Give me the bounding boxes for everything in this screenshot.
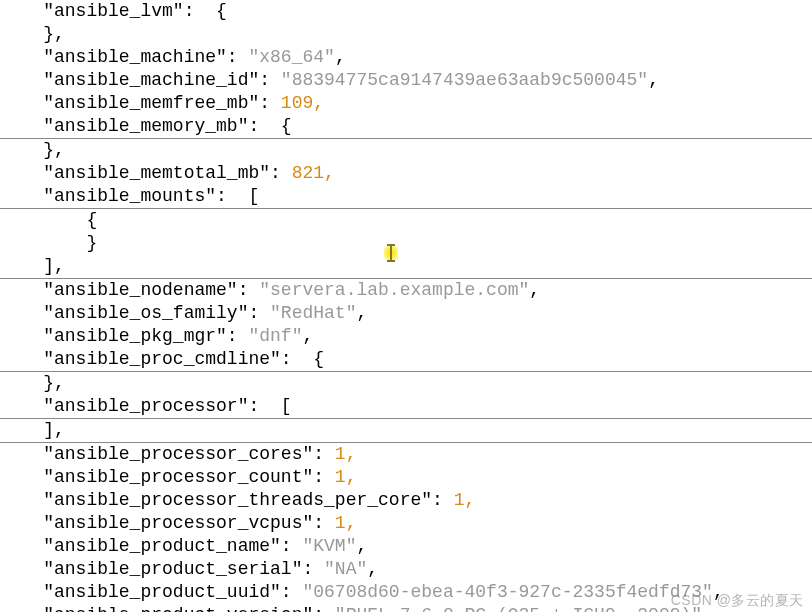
code-line: "ansible_product_version": "RHEL-7.6.0 P… <box>0 604 812 612</box>
code-line: "ansible_mounts": [ <box>0 185 812 208</box>
code-line: { <box>0 209 812 232</box>
json-key: "ansible_memory_mb": <box>0 116 281 136</box>
json-value: "x86_64" <box>248 47 334 67</box>
json-value: "NA" <box>324 559 367 579</box>
json-key: "ansible_product_serial": <box>0 559 324 579</box>
json-key: "ansible_memtotal_mb": <box>0 163 292 183</box>
json-key: "ansible_proc_cmdline": <box>0 349 313 369</box>
code-line: "ansible_proc_cmdline": { <box>0 348 812 371</box>
json-key: "ansible_product_name": <box>0 536 302 556</box>
json-key: "ansible_processor_threads_per_core": <box>0 490 454 510</box>
json-value: 821, <box>292 163 335 183</box>
json-value: 109, <box>281 93 324 113</box>
json-value: 1, <box>335 467 357 487</box>
code-line: "ansible_processor": [ <box>0 395 812 418</box>
json-value: "RHEL-7.6.0 PC (Q35 + ICH9, 2009)" <box>335 605 702 612</box>
json-value: "88394775ca9147439ae63aab9c500045" <box>281 70 648 90</box>
json-tail: , <box>302 326 313 346</box>
code-line: "ansible_processor_vcpus": 1, <box>0 512 812 535</box>
json-value: "servera.lab.example.com" <box>259 280 529 300</box>
json-value: { <box>216 1 227 21</box>
json-tail: , <box>529 280 540 300</box>
code-line: }, <box>0 139 812 162</box>
code-line: "ansible_product_uuid": "06708d60-ebea-4… <box>0 581 812 604</box>
code-line: ], <box>0 419 812 442</box>
json-key: "ansible_product_uuid": <box>0 582 302 602</box>
code-line: "ansible_processor_cores": 1, <box>0 443 812 466</box>
json-tail: , <box>335 47 346 67</box>
code-line: "ansible_machine": "x86_64", <box>0 46 812 69</box>
json-key: "ansible_os_family": <box>0 303 270 323</box>
json-key: "ansible_processor": <box>0 396 281 416</box>
code-line: "ansible_product_name": "KVM", <box>0 535 812 558</box>
json-tail: , <box>367 559 378 579</box>
json-value: "06708d60-ebea-40f3-927c-2335f4edfd73" <box>302 582 712 602</box>
json-value: "dnf" <box>248 326 302 346</box>
code-line: "ansible_memtotal_mb": 821, <box>0 162 812 185</box>
code-line: "ansible_processor_count": 1, <box>0 466 812 489</box>
json-tail: , <box>648 70 659 90</box>
code-line: }, <box>0 23 812 46</box>
json-value: { <box>313 349 324 369</box>
json-key: "ansible_machine_id": <box>0 70 281 90</box>
json-key: "ansible_machine": <box>0 47 248 67</box>
code-line: "ansible_lvm": { <box>0 0 812 23</box>
json-tail: , <box>702 605 713 612</box>
json-value: 1, <box>335 513 357 533</box>
code-line: "ansible_product_serial": "NA", <box>0 558 812 581</box>
code-line: "ansible_memfree_mb": 109, <box>0 92 812 115</box>
json-key: "ansible_mounts": <box>0 186 248 206</box>
code-line: }, <box>0 372 812 395</box>
json-key: "ansible_lvm": <box>0 1 216 21</box>
json-value: "RedHat" <box>270 303 356 323</box>
json-value: [ <box>281 396 292 416</box>
json-tail: , <box>356 536 367 556</box>
code-line: ], <box>0 255 812 278</box>
code-line: "ansible_processor_threads_per_core": 1, <box>0 489 812 512</box>
code-block: "ansible_lvm": { }, "ansible_machine": "… <box>0 0 812 612</box>
code-line: "ansible_pkg_mgr": "dnf", <box>0 325 812 348</box>
json-key: "ansible_nodename": <box>0 280 259 300</box>
json-tail: , <box>713 582 724 602</box>
json-tail: , <box>356 303 367 323</box>
json-value: [ <box>248 186 259 206</box>
code-line: "ansible_machine_id": "88394775ca9147439… <box>0 69 812 92</box>
code-line: "ansible_os_family": "RedHat", <box>0 302 812 325</box>
code-line: "ansible_nodename": "servera.lab.example… <box>0 279 812 302</box>
json-key: "ansible_pkg_mgr": <box>0 326 248 346</box>
json-value: 1, <box>335 444 357 464</box>
json-key: "ansible_processor_cores": <box>0 444 335 464</box>
json-key: "ansible_memfree_mb": <box>0 93 281 113</box>
json-value: 1, <box>454 490 476 510</box>
json-key: "ansible_processor_vcpus": <box>0 513 335 533</box>
json-value: { <box>281 116 292 136</box>
json-value: "KVM" <box>302 536 356 556</box>
code-line: "ansible_memory_mb": { <box>0 115 812 138</box>
json-key: "ansible_processor_count": <box>0 467 335 487</box>
code-line: } <box>0 232 812 255</box>
json-key: "ansible_product_version": <box>0 605 335 612</box>
